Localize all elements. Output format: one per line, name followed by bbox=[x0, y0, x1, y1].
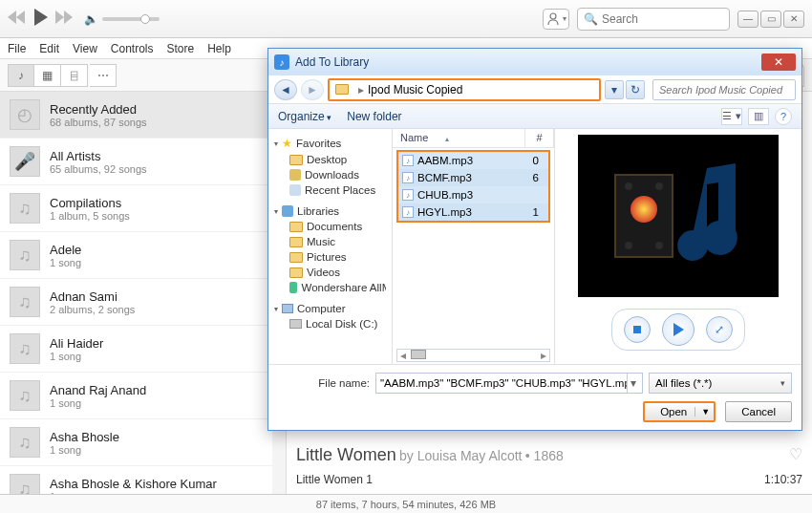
preview-play-button[interactable] bbox=[662, 313, 694, 346]
movies-view-icon[interactable]: ▦ bbox=[34, 64, 61, 87]
places-icon bbox=[289, 184, 301, 196]
mp3-icon: ♪ bbox=[402, 155, 414, 166]
desktop-icon bbox=[289, 155, 303, 165]
search-field[interactable] bbox=[602, 12, 723, 26]
menu-store[interactable]: Store bbox=[167, 42, 195, 55]
preview-thumbnail bbox=[578, 135, 779, 297]
open-button[interactable]: Open▼ bbox=[643, 401, 716, 422]
tree-documents[interactable]: Documents bbox=[270, 219, 390, 234]
sidebar-item[interactable]: ♫ Adnan Sami 2 albums, 2 songs bbox=[0, 279, 286, 326]
dialog-search[interactable] bbox=[652, 79, 796, 100]
file-row[interactable]: ♪HGYL.mp31 bbox=[398, 203, 548, 221]
sidebar-item[interactable]: ♫ Compilations 1 album, 5 songs bbox=[0, 185, 286, 232]
search-input[interactable]: 🔍 bbox=[577, 8, 730, 31]
tree-recent[interactable]: Recent Places bbox=[270, 182, 390, 198]
file-list: ♪AABM.mp30♪BCMF.mp36♪CHUB.mp3♪HGYL.mp31 bbox=[396, 150, 550, 223]
mp3-icon: ♪ bbox=[402, 206, 414, 218]
file-row[interactable]: ♪CHUB.mp3 bbox=[398, 186, 548, 203]
forward-button[interactable]: ► bbox=[301, 79, 324, 100]
col-number[interactable]: # bbox=[525, 129, 554, 147]
help-button[interactable]: ? bbox=[775, 108, 792, 125]
svg-point-4 bbox=[625, 242, 632, 249]
organize-button[interactable]: Organize bbox=[278, 110, 331, 123]
more-view-icon[interactable]: ⋯ bbox=[90, 64, 117, 87]
tree-computer[interactable]: Computer bbox=[297, 303, 346, 314]
add-to-library-dialog: ♪ Add To Library ✕ ◄ ► ▸ Ipod Music Copi… bbox=[267, 48, 802, 431]
dialog-title: Add To Library bbox=[295, 55, 761, 69]
next-icon[interactable] bbox=[55, 11, 73, 27]
view-mode-button[interactable]: ☰ ▾ bbox=[721, 108, 742, 125]
account-button[interactable]: ▾ bbox=[543, 9, 569, 30]
book-title: Little Women bbox=[296, 445, 396, 464]
maximize-button[interactable]: ▭ bbox=[760, 11, 781, 28]
previous-icon[interactable] bbox=[8, 11, 25, 27]
window-controls: — ▭ ✕ bbox=[737, 11, 804, 28]
track-time: 1:10:37 bbox=[764, 473, 802, 486]
libraries-icon bbox=[282, 205, 293, 217]
sidebar-item[interactable]: ♫ Asha Bhosle & Kishore Kumar 1 song bbox=[0, 466, 286, 494]
sidebar-item-sub: 1 album, 5 songs bbox=[50, 210, 130, 222]
dialog-search-input[interactable] bbox=[659, 84, 789, 96]
tree-libraries[interactable]: Libraries bbox=[297, 205, 339, 217]
minimize-button[interactable]: — bbox=[737, 11, 759, 28]
breadcrumb-sep-icon: ▸ bbox=[358, 83, 364, 96]
new-folder-button[interactable]: New folder bbox=[347, 110, 401, 123]
tree-localdisk[interactable]: Local Disk (C:) bbox=[270, 316, 390, 331]
preview-stop-button[interactable] bbox=[624, 316, 651, 343]
sidebar-item-title: Recently Added bbox=[50, 102, 147, 117]
menu-file[interactable]: File bbox=[8, 42, 26, 55]
computer-icon bbox=[282, 304, 293, 313]
address-bar[interactable]: ▸ Ipod Music Copied bbox=[328, 78, 601, 101]
preview-pane-button[interactable]: ▥ bbox=[748, 108, 769, 125]
artist-thumb: ♫ bbox=[10, 380, 40, 411]
file-columns: Name▴ # bbox=[393, 129, 554, 148]
dialog-close-button[interactable]: ✕ bbox=[761, 53, 796, 71]
horizontal-scrollbar[interactable]: ◂ ▸ bbox=[396, 349, 550, 362]
sidebar-item[interactable]: ♫ Ali Haider 1 song bbox=[0, 326, 286, 373]
filetype-select[interactable]: All files (*.*)▾ bbox=[649, 373, 792, 394]
cancel-button[interactable]: Cancel bbox=[725, 401, 792, 422]
tree-wondershare[interactable]: Wondershare AllMyTube bbox=[270, 280, 390, 295]
preview-expand-button[interactable]: ⤢ bbox=[706, 316, 733, 343]
sidebar-item[interactable]: ♫ Asha Bhosle 1 song bbox=[0, 419, 286, 466]
close-button[interactable]: ✕ bbox=[783, 11, 804, 28]
sidebar-item[interactable]: ◴ Recently Added 68 albums, 87 songs bbox=[0, 92, 286, 139]
tree-favorites[interactable]: Favorites bbox=[296, 138, 341, 149]
back-button[interactable]: ◄ bbox=[274, 79, 297, 100]
svg-point-2 bbox=[625, 182, 632, 190]
dialog-footer: File name: ▾ All files (*.*)▾ Open▼ Canc… bbox=[268, 364, 801, 430]
tree-music[interactable]: Music bbox=[270, 234, 390, 249]
sidebar-item[interactable]: ♫ Anand Raj Anand 1 song bbox=[0, 373, 286, 419]
preview-pane: ⤢ bbox=[555, 129, 801, 364]
menu-edit[interactable]: Edit bbox=[39, 42, 59, 55]
col-name[interactable]: Name▴ bbox=[393, 129, 525, 147]
tv-view-icon[interactable]: ⌸ bbox=[61, 64, 88, 87]
tree-desktop[interactable]: Desktop bbox=[270, 152, 390, 167]
sidebar-item[interactable]: 🎤 All Artists 65 albums, 92 songs bbox=[0, 139, 286, 185]
sidebar-item-title: Adele bbox=[50, 243, 81, 257]
volume-slider[interactable]: 🔈 bbox=[84, 12, 160, 26]
file-row[interactable]: ♪BCMF.mp36 bbox=[398, 169, 548, 186]
sidebar-item-title: Anand Raj Anand bbox=[50, 383, 146, 397]
music-view-icon[interactable]: ♪ bbox=[8, 64, 34, 87]
filename-dropdown-icon[interactable]: ▾ bbox=[627, 374, 638, 393]
addr-dropdown-button[interactable]: ▾ bbox=[605, 80, 624, 99]
play-icon[interactable] bbox=[29, 6, 52, 32]
sidebar-item-sub: 65 albums, 92 songs bbox=[50, 163, 147, 175]
tree-downloads[interactable]: Downloads bbox=[270, 167, 390, 182]
sidebar-item[interactable]: ♫ Adele 1 song bbox=[0, 232, 286, 279]
sidebar-item-sub: 1 song bbox=[50, 444, 119, 456]
nav-tree: ▾★Favorites Desktop Downloads Recent Pla… bbox=[268, 129, 393, 364]
tree-videos[interactable]: Videos bbox=[270, 265, 390, 280]
tree-pictures[interactable]: Pictures bbox=[270, 249, 390, 265]
book-author: by Louisa May Alcott bbox=[399, 448, 522, 463]
breadcrumb-folder[interactable]: Ipod Music Copied bbox=[368, 83, 462, 96]
heart-icon[interactable]: ♡ bbox=[789, 445, 802, 463]
file-row[interactable]: ♪AABM.mp30 bbox=[398, 152, 548, 169]
filename-input[interactable]: ▾ bbox=[375, 373, 643, 394]
filename-field[interactable] bbox=[380, 377, 627, 389]
refresh-button[interactable]: ↻ bbox=[626, 80, 645, 99]
menu-view[interactable]: View bbox=[73, 42, 97, 55]
menu-controls[interactable]: Controls bbox=[111, 42, 154, 55]
menu-help[interactable]: Help bbox=[207, 42, 231, 55]
